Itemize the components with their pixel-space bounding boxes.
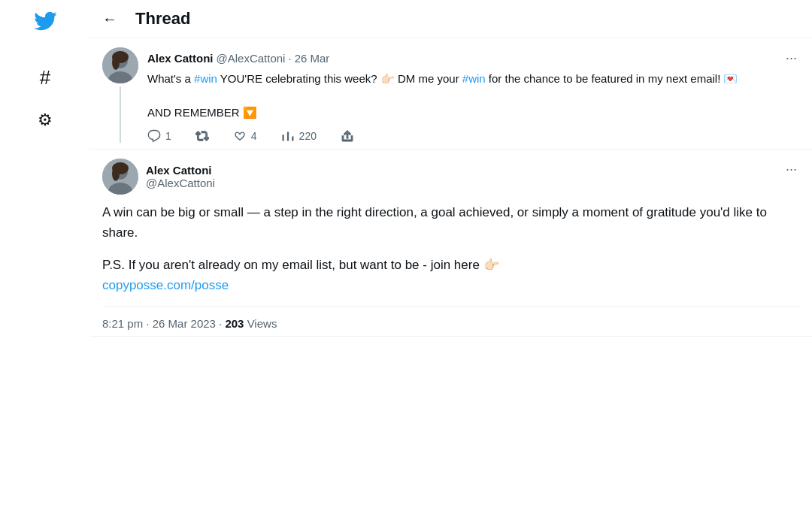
thread-connector-line: [120, 86, 121, 143]
retweet-action[interactable]: [195, 129, 209, 143]
retweet-icon: [195, 129, 209, 143]
page-title: Thread: [135, 9, 190, 29]
tweet-1: Alex Cattoni @AlexCattoni · 26 Mar ··· W…: [90, 38, 812, 150]
tweet-body-text-1: What's a: [147, 72, 194, 85]
sidebar: # ⚙: [0, 0, 90, 523]
comment-action[interactable]: 1: [147, 129, 171, 143]
like-action[interactable]: 4: [233, 129, 257, 143]
tweet-2-para2: P.S. If you aren't already on my email l…: [102, 255, 800, 295]
views-count: 220: [299, 130, 317, 142]
twitter-logo-icon[interactable]: [33, 9, 57, 39]
tweet-body-text-3: for the chance to be featured in my next…: [486, 72, 738, 85]
views-icon: [281, 129, 295, 143]
timestamp-views-count: 203: [225, 317, 244, 330]
hashtag-win-2[interactable]: #win: [462, 72, 486, 85]
author-handle-2: @AlexCattoni: [146, 177, 215, 189]
share-action[interactable]: [341, 129, 354, 143]
author-name-2: Alex Cattoni: [146, 164, 215, 177]
tweet-2: Alex Cattoni @AlexCattoni ··· A win can …: [90, 150, 812, 337]
more-options-btn-1[interactable]: ···: [783, 47, 800, 69]
author-handle-1: @AlexCattoni: [217, 52, 286, 65]
main-content: ← Thread: [90, 0, 812, 523]
tweet-2-header: Alex Cattoni @AlexCattoni ···: [102, 159, 800, 195]
author-name-1: Alex Cattoni: [147, 52, 214, 65]
hashtag-win-1[interactable]: #win: [194, 72, 217, 85]
comment-icon: [147, 129, 161, 143]
tweet-body-text-2: YOU'RE celebrating this week? 👉🏻 DM me y…: [217, 72, 462, 85]
tweet-1-header: Alex Cattoni @AlexCattoni · 26 Mar ···: [147, 47, 800, 69]
tweet-2-para2-prefix: P.S. If you aren't already on my email l…: [102, 258, 499, 272]
like-count: 4: [251, 130, 257, 142]
tweet-1-content: Alex Cattoni @AlexCattoni · 26 Mar ··· W…: [147, 47, 800, 143]
tweet-body-line2: AND REMEMBER 🔽: [147, 106, 257, 119]
hashtag-icon[interactable]: #: [40, 66, 50, 89]
tweet-1-body: What's a #win YOU'RE celebrating this we…: [147, 71, 800, 122]
back-button[interactable]: ←: [102, 11, 117, 28]
views-action[interactable]: 220: [281, 129, 317, 143]
tweet-2-author-info: Alex Cattoni @AlexCattoni: [102, 159, 215, 195]
tweet-1-meta: Alex Cattoni @AlexCattoni · 26 Mar: [147, 52, 329, 65]
tweet-2-body: A win can be big or small — a step in th…: [102, 202, 800, 296]
thread-container: Alex Cattoni @AlexCattoni · 26 Mar ··· W…: [90, 38, 812, 523]
tweet-2-para1: A win can be big or small — a step in th…: [102, 202, 800, 243]
tweet-2-link[interactable]: copyposse.com/posse: [102, 278, 229, 292]
thread-header: ← Thread: [90, 0, 812, 38]
comment-count: 1: [165, 130, 171, 142]
settings-icon[interactable]: ⚙: [38, 110, 53, 130]
tweet-1-left: [102, 47, 138, 143]
tweet-1-actions: 1 4: [147, 129, 800, 143]
timestamp-views-label: Views: [244, 317, 277, 330]
svg-point-9: [112, 166, 120, 181]
more-options-btn-2[interactable]: ···: [783, 159, 800, 180]
svg-point-4: [112, 55, 120, 70]
like-icon: [233, 129, 247, 143]
avatar-tweet-2[interactable]: [102, 159, 138, 195]
tweet-2-timestamp: 8:21 pm · 26 Mar 2023 · 203 Views: [102, 306, 800, 330]
share-icon: [341, 129, 354, 143]
timestamp-text: 8:21 pm · 26 Mar 2023 ·: [102, 317, 225, 330]
avatar-tweet-1[interactable]: [102, 47, 138, 83]
tweet-2-author-details: Alex Cattoni @AlexCattoni: [146, 164, 215, 189]
tweet-1-date: 26 Mar: [295, 52, 330, 65]
